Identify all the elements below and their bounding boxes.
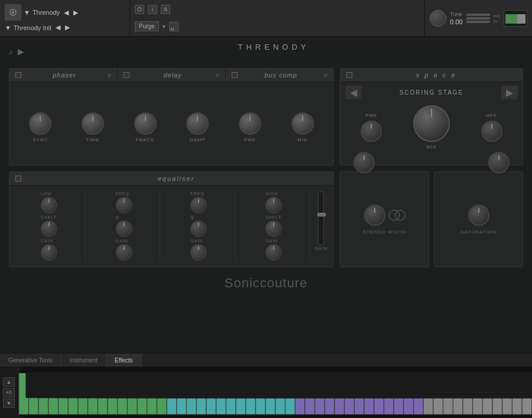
delay-knobs: SYNC TIME FBACK DAMP PAN [9, 82, 333, 147]
eq-toggle[interactable] [15, 176, 21, 182]
sync-label: SYNC [33, 137, 48, 142]
buscomp-label: bus comp [241, 72, 320, 79]
eq-freq3-knob[interactable] [190, 197, 207, 213]
level-meter [466, 14, 490, 23]
damp-knob[interactable] [186, 112, 209, 135]
tune-label: Tune [450, 11, 462, 17]
phaser-menu[interactable]: ≡ [108, 72, 111, 79]
eq-band2-q-row: Q [116, 215, 132, 237]
eq-gain1-knob[interactable] [41, 244, 57, 261]
eq-high-knob[interactable] [265, 197, 282, 213]
preset-nav[interactable]: ◀ ▶ [54, 23, 72, 32]
stereo-width-knob[interactable] [364, 205, 385, 226]
eq-title: equaliser [25, 175, 327, 182]
buscomp-menu[interactable]: ≡ [324, 72, 327, 79]
next-arrow[interactable]: ▶ [72, 8, 80, 17]
keyboard[interactable]: .wk { stroke: #333; stroke-width: 0.5; }… [19, 367, 532, 417]
info-icon[interactable]: i [148, 5, 157, 14]
eq-gain4-knob[interactable] [265, 244, 282, 261]
tab-instrument[interactable]: Instrument [61, 354, 106, 367]
purge-button[interactable]: Purge [135, 21, 159, 31]
phaser-toggle[interactable] [15, 72, 21, 78]
eq-shelf4-knob[interactable] [265, 221, 282, 237]
eq-gain2-label: GAIN [116, 239, 132, 243]
sync-knob-item: SYNC [29, 112, 51, 142]
preset-next[interactable]: ▶ [63, 23, 72, 32]
top-panels-row: phaser ≡ delay ≡ bus comp ≡ SYNC [9, 68, 523, 166]
preset-row: ▼ Threnody Init ◀ ▶ [5, 22, 125, 33]
transpose-display: +0 [3, 388, 15, 397]
pre-knob[interactable] [361, 121, 382, 142]
waveform-display [504, 10, 527, 27]
pan-knob[interactable] [239, 112, 261, 135]
space-title: s p a c e [356, 72, 517, 79]
save-icon[interactable]: S [161, 5, 170, 14]
hpf-knob[interactable] [481, 121, 502, 142]
eq-gain3-knob[interactable] [190, 244, 207, 261]
pv-label: pv [494, 19, 500, 23]
eq-freq2-label: FREQ [116, 192, 132, 196]
mix-large-label: MIX [426, 144, 436, 150]
size-knob[interactable] [353, 152, 375, 173]
tab-effects[interactable]: Effects [106, 354, 141, 367]
transpose-up-btn[interactable]: ▲ [3, 377, 15, 387]
camera-icon[interactable] [135, 5, 144, 14]
delay-toggle[interactable] [124, 72, 129, 78]
mix-label: MIX [297, 137, 307, 142]
piano-svg[interactable]: .wk { stroke: #333; stroke-width: 0.5; }… [19, 367, 532, 417]
space-bottom-panels: STEREO WIDTH SATURATION [340, 171, 523, 267]
reverb-name: SCORING STAGE [400, 89, 464, 96]
prev-arrow[interactable]: ◀ [62, 8, 70, 17]
stereo-circles [389, 210, 406, 221]
saturation-knob[interactable] [468, 205, 489, 226]
branding-text: Soniccouture [9, 276, 523, 291]
gain-slider[interactable] [318, 192, 324, 245]
instrument-nav[interactable]: ◀ ▶ [62, 8, 80, 17]
tune-knob[interactable] [430, 10, 446, 27]
eq-shelf-knob[interactable] [41, 221, 57, 237]
purge-arrow: ▼ [161, 24, 167, 30]
buscomp-section: bus comp ≡ [226, 69, 333, 82]
space-toggle[interactable] [346, 72, 352, 78]
reverb-nav: ◀ SCORING STAGE ▶ [345, 86, 518, 99]
eq-freq2-knob[interactable] [116, 197, 132, 213]
tabs-bar: Generative Tools Instrument Effects [0, 353, 532, 367]
play-indicator: ▶ [18, 47, 24, 56]
space-panel: s p a c e ◀ SCORING STAGE ▶ PRE MIX [340, 68, 523, 166]
preset-prev[interactable]: ◀ [54, 23, 62, 32]
delay-section: delay ≡ [118, 69, 226, 82]
eq-gain2-knob[interactable] [116, 244, 132, 261]
eq-gain3-label: GAIN [190, 239, 207, 243]
sync-knob[interactable] [29, 112, 51, 135]
eq-low-knob[interactable] [41, 197, 57, 213]
eq-q2-knob[interactable] [116, 221, 132, 237]
lpf-knob[interactable] [488, 152, 510, 173]
fback-knob[interactable] [134, 112, 157, 135]
phaser-section: phaser ≡ [9, 69, 118, 82]
top-bar: ▼ Threnody ◀ ▶ ▼ Threnody Init ◀ ▶ i [0, 0, 532, 37]
buscomp-toggle[interactable] [232, 72, 238, 78]
reverb-next[interactable]: ▶ [501, 86, 518, 99]
midi-icon[interactable]: M [169, 22, 179, 31]
transpose-down-btn[interactable]: ▼ [3, 398, 15, 408]
eq-q3-knob[interactable] [190, 221, 207, 237]
eq-band1-low-row: LOW [41, 192, 57, 213]
eq-shelf4-label: SHELF [265, 215, 282, 219]
delay-menu[interactable]: ≡ [216, 72, 219, 79]
piano-section: ▲ +0 ▼ .wk { stroke: #333; stroke-width:… [0, 367, 532, 417]
hpf-label: HPF [486, 113, 497, 118]
piano-controls: ▲ +0 ▼ [0, 367, 19, 417]
phaser-label: phaser [25, 72, 104, 79]
eq-knobs: LOW SHELF GAIN FREQ [9, 186, 333, 267]
pan-knob-item: PAN [239, 112, 261, 142]
logo-icon [5, 4, 21, 21]
main-content: ♪ ▶ THRENODY phaser ≡ delay ≡ bus comp [0, 37, 532, 353]
stereo-width-knobs [364, 205, 406, 226]
mix-knob[interactable] [291, 112, 314, 135]
mix-large-knob[interactable] [413, 105, 450, 142]
pre-knob-item: PRE [361, 113, 382, 142]
time-knob-item: TIME [82, 112, 104, 142]
tab-generative-tools[interactable]: Generative Tools [0, 354, 61, 367]
time-knob[interactable] [82, 112, 104, 135]
reverb-prev[interactable]: ◀ [345, 86, 362, 99]
